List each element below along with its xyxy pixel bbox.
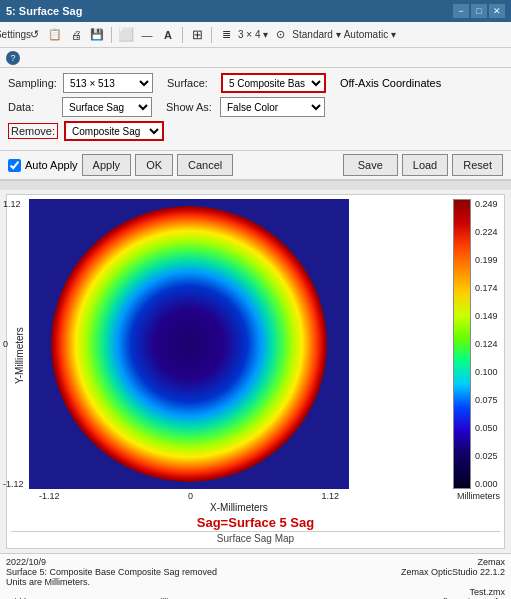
footer-panel: 2022/10/9 Surface 5: Composite Base Comp… [0,553,511,599]
footer-blank [6,587,355,597]
divider2 [182,27,183,43]
x-tick-left: -1.12 [39,491,60,501]
layers-icon[interactable]: ≣ [217,26,235,44]
x-ticks: -1.12 0 1.12 [29,491,349,501]
surface-select[interactable]: 5 Composite Bas [221,73,326,93]
toolbar: Settings ↺ 📋 🖨 💾 ⬜ — A ⊞ ≣ 3 × 4 ▾ ⊙ Sta… [0,22,511,48]
remove-select[interactable]: Composite Sag [64,121,164,141]
cb-label-6: 0.100 [475,367,498,377]
footer-surface: Surface 5: Composite Base Composite Sag … [6,567,355,577]
print-icon[interactable]: 🖨 [67,26,85,44]
text-icon[interactable]: A [159,26,177,44]
chart-inner: 1.12 0 -1.12 [29,199,449,513]
copy-icon[interactable]: 📋 [46,26,64,44]
y-tick-bot: -1.12 [3,479,24,489]
buttons-row: Auto Apply Apply OK Cancel Save Load Res… [0,151,511,180]
autoapply-checkbox[interactable] [8,159,21,172]
horizontal-scrollbar[interactable] [0,180,511,190]
sampling-label: Sampling: [8,77,57,89]
sampling-select[interactable]: 513 × 513 [63,73,153,93]
chart-container: Y-Millimeters 1.12 0 -1.12 [11,199,500,513]
chart-svg [29,199,349,489]
divider3 [211,27,212,43]
colorbar-container: 0.249 0.224 0.199 0.174 0.149 0.124 0.10… [453,199,500,513]
offaxis-label: Off-Axis Coordinates [340,77,441,89]
line-icon[interactable]: — [138,26,156,44]
export-icon[interactable]: 💾 [88,26,106,44]
sag-title: Sag=Surface 5 Sag [11,515,500,530]
y-tick-top: 1.12 [3,199,24,209]
cb-label-9: 0.025 [475,451,498,461]
footer-right: Zemax Zemax OpticStudio 22.1.2 Test.zmx … [365,557,505,599]
colorbar-wrapper: 0.249 0.224 0.199 0.174 0.149 0.124 0.10… [453,199,498,489]
grid-label[interactable]: 3 × 4 ▾ [238,29,268,40]
colorbar-labels: 0.249 0.224 0.199 0.174 0.149 0.124 0.10… [475,199,498,489]
close-button[interactable]: ✕ [489,4,505,18]
footer-file: Test.zmx [365,587,505,597]
chart-title-bottom: Surface Sag Map [11,531,500,544]
settings-label[interactable]: Settings [4,26,22,44]
apply-button[interactable]: Apply [82,154,132,176]
circle-icon[interactable]: ⊙ [271,26,289,44]
svg-point-1 [51,206,327,482]
colorbar [453,199,471,489]
data-label: Data: [8,101,56,113]
remove-label: Remove: [8,123,58,139]
footer-left: 2022/10/9 Surface 5: Composite Base Comp… [6,557,355,599]
y-ticks: 1.12 0 -1.12 [3,199,24,489]
footer-units: Units are Millimeters. [6,577,355,587]
save-button[interactable]: Save [343,154,398,176]
rect-icon[interactable]: ⬜ [117,26,135,44]
showas-select[interactable]: False Color [220,97,325,117]
ok-button[interactable]: OK [135,154,173,176]
footer-blank2 [365,577,505,587]
cb-label-8: 0.050 [475,423,498,433]
cb-label-7: 0.075 [475,395,498,405]
cb-label-2: 0.199 [475,255,498,265]
cancel-button[interactable]: Cancel [177,154,233,176]
x-tick-mid: 0 [188,491,193,501]
data-select[interactable]: Surface Sag [62,97,152,117]
controls-row-1: Sampling: 513 × 513 Surface: 5 Composite… [8,73,503,93]
title-bar: 5: Surface Sag − □ ✕ [0,0,511,22]
y-tick-mid: 0 [3,339,24,349]
minimize-button[interactable]: − [453,4,469,18]
footer-software: Zemax OpticStudio 22.1.2 [365,567,505,577]
window-title: 5: Surface Sag [6,5,82,17]
cb-label-1: 0.224 [475,227,498,237]
autoapply-label: Auto Apply [25,159,78,171]
controls-row-2: Data: Surface Sag Show As: False Color [8,97,503,117]
footer-company: Zemax [365,557,505,567]
automatic-label[interactable]: Automatic ▾ [344,29,396,40]
cb-label-0: 0.249 [475,199,498,209]
divider1 [111,27,112,43]
settings-help-row: ? [0,48,511,68]
help-icon[interactable]: ? [6,51,20,65]
title-controls: − □ ✕ [453,4,505,18]
cb-label-10: 0.000 [475,479,498,489]
showas-label: Show As: [166,101,214,113]
grid-icon[interactable]: ⊞ [188,26,206,44]
surface-label: Surface: [167,77,215,89]
controls-row-3: Remove: Composite Sag [8,121,503,141]
cb-label-4: 0.149 [475,311,498,321]
load-button[interactable]: Load [402,154,448,176]
cb-label-5: 0.124 [475,339,498,349]
maximize-button[interactable]: □ [471,4,487,18]
controls-panel: Sampling: 513 × 513 Surface: 5 Composite… [0,68,511,151]
chart-area: Y-Millimeters 1.12 0 -1.12 [6,194,505,549]
colorbar-unit: Millimeters [457,491,500,501]
x-tick-right: 1.12 [321,491,339,501]
x-axis-label: X-Millimeters [29,502,449,513]
standard-label[interactable]: Standard ▾ [292,29,340,40]
footer-date: 2022/10/9 [6,557,355,567]
reset-button[interactable]: Reset [452,154,503,176]
cb-label-3: 0.174 [475,283,498,293]
refresh-icon[interactable]: ↺ [25,26,43,44]
